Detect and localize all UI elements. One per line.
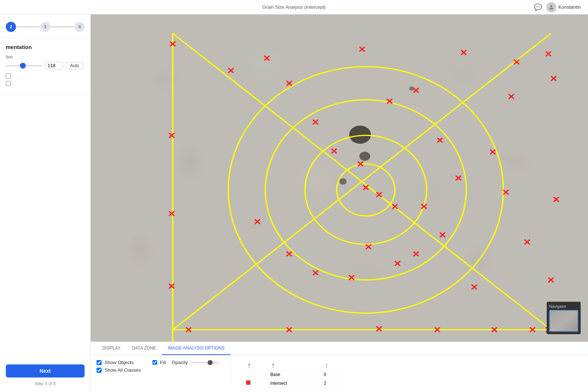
table-row: Base 0 [243,371,345,379]
fill-label: Fill [160,360,166,365]
steps-section: 2 3 4 [0,15,90,38]
threshold-input[interactable] [45,62,63,69]
row-value-1: 0 [321,371,345,379]
section-title: mentation [6,44,85,50]
opacity-label: Opacity [172,360,188,365]
sidebar-bottom: Next Step 5 of 8 [0,359,90,392]
data-table: ▲▼ ▲▼ ▲▼ [243,360,345,388]
grain-texture [91,15,588,342]
row-name-1: Base [268,371,321,379]
step-line-1 [17,26,40,27]
checkbox-1[interactable] [6,74,11,79]
opacity-slider[interactable] [191,362,220,363]
step-info: Step 5 of 8 [6,381,85,386]
step-2: 2 [6,22,16,32]
header-right: 💬 Konstantin [534,2,581,12]
svg-point-0 [550,5,552,7]
auto-button[interactable]: Auto [66,62,83,69]
show-objects-checkbox[interactable] [97,360,102,365]
dark-patch-4 [409,86,415,91]
tab-data-zone[interactable]: DATA ZONE [126,342,162,355]
table-row: Intersect 2 [243,379,345,388]
checkbox-row-1 [6,74,85,79]
row-name-2: Intersect [268,379,321,388]
navigator-title: Navigator [549,304,578,309]
col-sort-icons-3[interactable]: ▲▼ [321,360,345,371]
steps-row: 2 3 4 [6,22,85,32]
fill-checkbox[interactable] [152,360,157,365]
tabs-bar: DISPLAY DATA ZONE IMAGE ANALYSIS OPTIONS [91,342,588,355]
step-line-2 [51,26,74,27]
slider-label: tion [6,54,85,60]
divider [231,365,232,383]
checkbox-row-2 [6,81,85,86]
main-content: Navigator DISPLAY DATA ZONE IMAGE ANALYS… [91,15,588,392]
tab-content: Show Objects Show All Classes Fill Opaci… [91,355,588,392]
slider-row: Auto [6,62,85,69]
show-objects-label: Show Objects [105,360,134,365]
show-objects-row: Show Objects [97,360,141,365]
row-icon-2 [243,379,267,388]
display-checkboxes: Show Objects Show All Classes [97,360,141,373]
app-header: Grain Size Analysis (Intercept) 💬 Konsta… [0,0,588,15]
grain-background: Navigator [91,15,588,342]
app-title: Grain Size Analysis (Intercept) [262,4,326,10]
show-all-classes-checkbox[interactable] [97,368,102,373]
image-area: Navigator [91,15,588,342]
tab-image-analysis[interactable]: IMAGE ANALYSIS OPTIONS [162,342,230,355]
col-sort-icons[interactable]: ▲▼ [243,360,267,371]
checkbox-2[interactable] [6,81,11,86]
show-all-classes-label: Show All Classes [105,367,141,373]
col-sort-icons-2[interactable]: ▲▼ [268,360,321,371]
dark-patch-3 [339,178,347,185]
bottom-panel: DISPLAY DATA ZONE IMAGE ANALYSIS OPTIONS… [91,342,588,392]
step-4: 4 [74,22,85,32]
show-all-classes-row: Show All Classes [97,367,141,373]
username: Konstantin [559,4,581,10]
row-icon-1 [243,371,267,379]
user-info: Konstantin [546,2,581,12]
sidebar: 2 3 4 mentation tion Auto [0,15,91,392]
table-header-row: ▲▼ ▲▼ ▲▼ [243,360,345,371]
avatar [546,2,556,12]
tab-display[interactable]: DISPLAY [97,342,126,355]
navigator: Navigator [547,302,581,334]
sidebar-spacer [0,94,90,359]
next-button[interactable]: Next [6,364,85,377]
navigator-thumbnail [549,310,578,332]
data-table-area: ▲▼ ▲▼ ▲▼ [243,360,582,388]
chat-icon[interactable]: 💬 [534,3,542,11]
step-3: 3 [40,22,50,32]
fill-opacity-row: Fill Opacity [152,360,220,365]
row-value-2: 2 [321,379,345,388]
sidebar-main-section: mentation tion Auto [0,38,90,94]
threshold-slider[interactable] [6,65,42,66]
main-layout: 2 3 4 mentation tion Auto [0,0,588,392]
